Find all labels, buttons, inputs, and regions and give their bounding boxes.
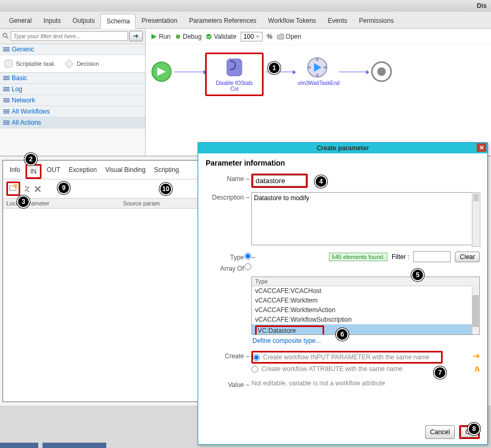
node-waittaskend[interactable]: vim3WaitTaskEnd (298, 56, 337, 86)
filter-label: Filter : (392, 253, 409, 261)
type-filter-input[interactable] (413, 251, 451, 262)
scroll-icon (3, 58, 14, 69)
svg-rect-15 (3, 109, 10, 110)
callout-8: 8 (468, 423, 480, 435)
name-label: Name (206, 174, 244, 183)
arrow-right-icon: ➔ (473, 351, 480, 361)
tab-events[interactable]: Events (322, 13, 353, 28)
validate-button[interactable]: Validate (206, 33, 236, 40)
workflow-canvas[interactable]: Run Debug Validate 100 % Open Disable IO… (146, 29, 491, 156)
dialog-titlebar[interactable]: Create parameter ✕ (198, 143, 487, 153)
svg-rect-11 (3, 90, 10, 91)
tab-general[interactable]: General (3, 13, 38, 28)
arrayof-label: Array Of (206, 263, 244, 272)
value-text: Not editable, variable is not a workflow… (251, 380, 480, 387)
tab-paramrefs[interactable]: Parameters References (183, 13, 263, 28)
property-panel: Info IN OUT Exception Visual Binding Scr… (2, 160, 199, 402)
svg-rect-33 (14, 184, 17, 187)
filter-input[interactable] (11, 31, 128, 41)
filter-go-button[interactable] (129, 31, 143, 41)
palette-panel: Generic Scriptable task Decision Basic L… (0, 29, 146, 156)
subtab-scripting[interactable]: Scripting (151, 164, 182, 179)
add-param-icon[interactable] (9, 184, 18, 192)
window-titlebar: Dis (0, 0, 491, 12)
flow-arrow (339, 72, 369, 72)
svg-rect-8 (3, 79, 10, 80)
define-composite-link[interactable]: Define composite type... (252, 337, 321, 344)
create-attribute-radio[interactable] (251, 366, 258, 373)
callout-9: 9 (57, 182, 70, 194)
category-allactions[interactable]: All Actions (0, 117, 145, 128)
type-item[interactable]: vCACCAFE:WorkItemAction (252, 305, 479, 315)
node-disable-iostats[interactable]: Disable IOStats Col (215, 56, 254, 92)
svg-rect-14 (3, 101, 10, 102)
percent-label: % (267, 33, 273, 40)
type-item[interactable]: vCACCAFE:WorkflowSubscription (252, 315, 479, 324)
name-input[interactable] (253, 175, 306, 186)
tab-outputs[interactable]: Outputs (66, 13, 100, 28)
highlight-add-param (6, 182, 20, 196)
folder-icon (277, 33, 284, 40)
tab-wftokens[interactable]: Workflow Tokens (263, 13, 322, 28)
open-button[interactable]: Open (277, 33, 301, 40)
desc-textarea[interactable] (251, 192, 480, 245)
delete-icon[interactable] (34, 185, 41, 193)
svg-rect-9 (3, 87, 10, 88)
svg-line-1 (6, 37, 9, 39)
category-generic[interactable]: Generic (0, 44, 145, 55)
svg-rect-28 (308, 66, 311, 68)
link-icon[interactable] (23, 185, 31, 193)
end-node[interactable] (371, 61, 392, 83)
svg-rect-18 (3, 120, 10, 122)
tab-inputs[interactable]: Inputs (38, 13, 67, 28)
svg-rect-2 (3, 47, 10, 48)
category-allworkflows[interactable]: All Workflows (0, 106, 145, 117)
svg-point-21 (176, 35, 180, 39)
callout-10: 10 (159, 183, 172, 195)
tab-schema[interactable]: Schema (100, 14, 136, 29)
type-item[interactable]: vCACCAFE:VCACHost (252, 286, 479, 296)
attribute-icon: A (475, 365, 480, 373)
type-label: Type (206, 252, 244, 261)
type-item[interactable]: vCACCAFE:WorkItem (252, 296, 479, 305)
type-list[interactable]: Type vCACCAFE:VCACHost vCACCAFE:WorkItem… (251, 277, 480, 335)
category-log[interactable]: Log (0, 84, 145, 95)
run-button[interactable]: Run (151, 33, 171, 40)
subtab-out[interactable]: OUT (44, 164, 63, 179)
type-item-selected[interactable]: VC:Datastore (252, 324, 479, 335)
svg-rect-3 (3, 49, 10, 50)
close-button[interactable]: ✕ (477, 143, 486, 152)
svg-rect-5 (5, 60, 12, 67)
category-network[interactable]: Network (0, 95, 145, 106)
category-basic[interactable]: Basic (0, 73, 145, 84)
palette-scriptable-task[interactable]: Scriptable task (3, 58, 54, 69)
clear-button[interactable]: Clear (455, 252, 480, 262)
debug-button[interactable]: Debug (175, 33, 201, 40)
subtab-info[interactable]: Info (6, 164, 23, 179)
palette-decision[interactable]: Decision (64, 58, 99, 69)
callout-4: 4 (315, 175, 327, 188)
subtab-in[interactable]: IN (26, 164, 41, 179)
check-icon (206, 33, 212, 40)
svg-rect-19 (3, 122, 10, 123)
scrollbar[interactable] (472, 192, 480, 247)
zoom-select[interactable]: 100 (241, 32, 263, 41)
svg-rect-13 (3, 100, 10, 101)
start-node[interactable] (151, 61, 172, 83)
create-parameter-dialog: Create parameter ✕ Parameter information… (198, 142, 488, 445)
callout-2: 2 (24, 153, 37, 166)
type-radio[interactable] (244, 253, 251, 260)
type-scrollbar[interactable] (472, 286, 479, 334)
dialog-heading: Parameter information (206, 159, 480, 167)
tab-permissions[interactable]: Permissions (353, 13, 400, 28)
svg-rect-10 (3, 89, 10, 90)
highlight-type-selected: VC:Datastore (255, 325, 324, 335)
create-input-param-radio[interactable] (253, 354, 260, 361)
svg-rect-17 (3, 113, 10, 114)
search-icon (2, 32, 10, 40)
subtab-visualbinding[interactable]: Visual Binding (102, 164, 149, 179)
tab-presentation[interactable]: Presentation (136, 13, 183, 28)
cancel-button[interactable]: Cancel (425, 425, 454, 439)
arrayof-radio[interactable] (244, 263, 251, 270)
subtab-exception[interactable]: Exception (65, 164, 100, 179)
